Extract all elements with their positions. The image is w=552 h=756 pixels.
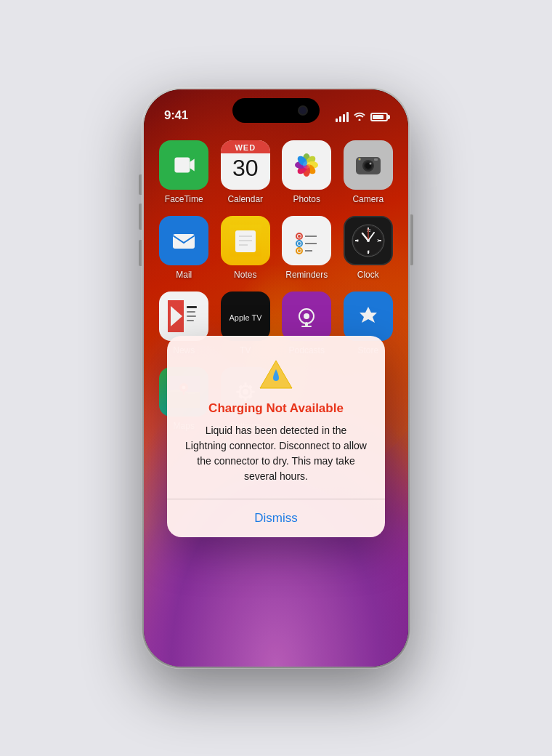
phone-frame: 9:41	[142, 87, 410, 669]
alert-box: Charging Not Available Liquid has been d…	[167, 336, 385, 537]
phone-screen: 9:41	[144, 89, 408, 667]
volume-up-button[interactable]	[139, 204, 142, 230]
silent-button[interactable]	[139, 174, 142, 195]
alert-icon	[257, 356, 295, 394]
alert-overlay: Charging Not Available Liquid has been d…	[144, 89, 408, 667]
alert-content: Charging Not Available Liquid has been d…	[167, 336, 385, 499]
dismiss-label: Dismiss	[254, 511, 298, 526]
screen-content: 9:41	[144, 89, 408, 667]
alert-message: Liquid has been detected in the Lightnin…	[184, 423, 368, 499]
volume-down-button[interactable]	[139, 240, 142, 266]
dismiss-button[interactable]: Dismiss	[167, 499, 385, 537]
power-button[interactable]	[410, 214, 413, 265]
alert-title: Charging Not Available	[208, 401, 344, 416]
